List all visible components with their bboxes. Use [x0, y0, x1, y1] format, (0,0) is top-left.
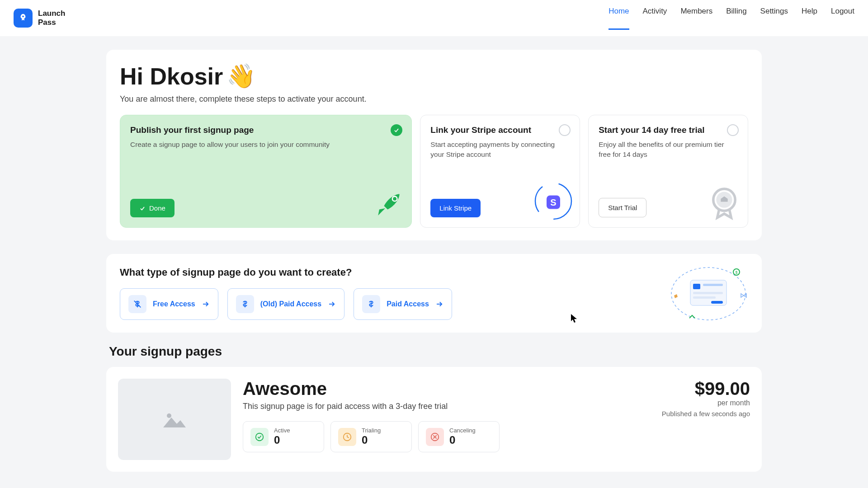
option-old-paid-access[interactable]: (Old) Paid Access — [227, 288, 344, 320]
wave-icon: 👋 — [226, 62, 256, 90]
check-circle-icon — [250, 428, 269, 446]
nav-home[interactable]: Home — [609, 7, 629, 30]
brand-text-2: Pass — [38, 18, 65, 27]
stat-active-value: 0 — [274, 434, 290, 446]
clock-icon — [338, 428, 356, 446]
nav-settings[interactable]: Settings — [760, 7, 788, 30]
published-time: Published a few seconds ago — [662, 410, 750, 418]
svg-point-0 — [22, 16, 24, 18]
stat-canceling: Canceling 0 — [418, 421, 500, 452]
svg-marker-22 — [741, 294, 744, 297]
arrow-right-icon — [328, 300, 336, 308]
svg-rect-18 — [711, 301, 723, 304]
option-free-access[interactable]: Free Access — [120, 288, 218, 320]
svg-point-25 — [256, 433, 264, 441]
step-publish-desc: Create a signup page to allow your users… — [130, 140, 401, 150]
pages-decor-icon: $ — [668, 262, 749, 325]
step-trial-desc: Enjoy all the benefits of our premium ti… — [599, 140, 738, 160]
done-button[interactable]: Done — [130, 199, 175, 217]
create-panel: What type of signup page do you want to … — [106, 254, 762, 333]
step-stripe-card: Link your Stripe account Start accepting… — [420, 115, 580, 228]
nav-menu: Home Activity Members Billing Settings H… — [609, 7, 854, 30]
option-oldpaid-label: (Old) Paid Access — [260, 300, 321, 308]
greeting-subtitle: You are almost there, complete these ste… — [120, 94, 748, 104]
svg-marker-24 — [163, 418, 186, 427]
svg-rect-15 — [703, 284, 723, 286]
signup-page-title: Awesome — [243, 379, 650, 399]
option-paid-label: Paid Access — [387, 300, 429, 308]
section-title: Your signup pages — [109, 344, 762, 359]
stat-active: Active 0 — [243, 421, 324, 452]
step-publish-card: Publish your first signup page Create a … — [120, 115, 412, 228]
check-icon — [139, 205, 146, 211]
option-free-label: Free Access — [153, 300, 195, 308]
start-trial-label: Start Trial — [608, 204, 637, 211]
link-stripe-label: Link Stripe — [439, 204, 472, 212]
step-stripe-desc: Start accepting payments by connecting y… — [430, 140, 570, 160]
brand-logo[interactable]: Launch Pass — [14, 9, 65, 28]
stat-canceling-value: 0 — [449, 434, 476, 446]
stat-trialing: Trialing 0 — [330, 421, 412, 452]
stat-active-label: Active — [274, 427, 290, 434]
svg-text:$: $ — [735, 270, 737, 275]
greeting-text: Hi Dkosir — [120, 63, 223, 90]
option-paid-access[interactable]: Paid Access — [354, 288, 452, 320]
no-dollar-icon — [128, 295, 146, 313]
thumbnail-placeholder — [118, 379, 231, 460]
rocket-icon — [14, 9, 33, 28]
start-trial-button[interactable]: Start Trial — [599, 198, 646, 217]
done-label: Done — [149, 204, 165, 212]
nav-activity[interactable]: Activity — [643, 7, 667, 30]
step-trial-title: Start your 14 day free trial — [599, 125, 738, 135]
status-circle-empty — [727, 124, 739, 136]
mouse-cursor-icon — [571, 314, 578, 324]
nav-help[interactable]: Help — [802, 7, 817, 30]
arrow-right-icon — [435, 300, 443, 308]
signup-page-card: Awesome This signup page is for paid acc… — [106, 367, 762, 472]
stat-canceling-label: Canceling — [449, 427, 476, 434]
nav-billing[interactable]: Billing — [726, 7, 746, 30]
step-trial-card: Start your 14 day free trial Enjoy all t… — [588, 115, 748, 228]
nav-members[interactable]: Members — [680, 7, 712, 30]
svg-text:S: S — [550, 197, 556, 207]
dollar-icon — [236, 295, 254, 313]
svg-rect-16 — [693, 292, 723, 294]
stripe-decor-icon: S — [531, 178, 576, 224]
greeting-title: Hi Dkosir 👋 — [120, 62, 748, 90]
svg-point-23 — [167, 413, 171, 418]
svg-rect-14 — [693, 284, 700, 289]
signup-page-desc: This signup page is for paid access with… — [243, 402, 650, 411]
status-circle-empty — [559, 124, 571, 136]
arrow-right-icon — [202, 300, 210, 308]
svg-rect-17 — [693, 296, 716, 299]
badge-decor-icon — [704, 184, 744, 224]
nav-logout[interactable]: Logout — [831, 7, 854, 30]
image-placeholder-icon — [162, 410, 187, 428]
x-circle-icon — [426, 428, 444, 446]
create-heading: What type of signup page do you want to … — [120, 267, 748, 278]
step-stripe-title: Link your Stripe account — [430, 125, 570, 135]
brand-text-1: Launch — [38, 9, 65, 18]
link-stripe-button[interactable]: Link Stripe — [430, 199, 481, 217]
stat-trialing-value: 0 — [362, 434, 381, 446]
svg-point-2 — [393, 197, 396, 201]
price-period: per month — [662, 399, 750, 407]
price-value: $99.00 — [662, 379, 750, 399]
onboarding-panel: Hi Dkosir 👋 You are almost there, comple… — [106, 50, 762, 240]
dollar-icon — [362, 295, 380, 313]
rocket-decor-icon — [370, 186, 408, 224]
stat-trialing-label: Trialing — [362, 427, 381, 434]
step-publish-title: Publish your first signup page — [130, 125, 401, 135]
top-navbar: Launch Pass Home Activity Members Billin… — [0, 0, 868, 36]
